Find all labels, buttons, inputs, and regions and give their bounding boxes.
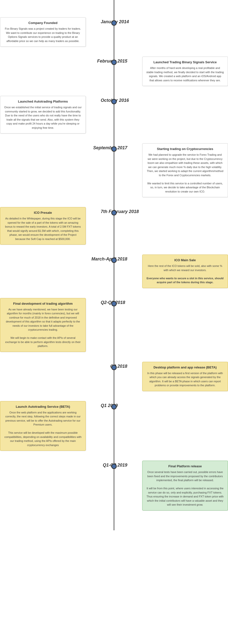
card-title: Launched Trading Binary Signals Service xyxy=(146,60,224,64)
card-final-release: Final Platform release Once several test… xyxy=(142,461,228,510)
timeline-item: Q1-Q2 2019 Final Platform release Once s… xyxy=(0,461,228,510)
card-title: Starting trading on Cryptocurrencies xyxy=(146,147,224,151)
timeline-item: February 2015 Launched Trading Binary Si… xyxy=(0,56,228,86)
card-title: Final Platform release xyxy=(146,464,224,468)
timeline-dot xyxy=(111,404,117,410)
card-side-left: Final development of trading algorithm A… xyxy=(0,298,96,352)
card-autotrading-beta: Launch Autotrading Service (BETA) Once t… xyxy=(0,401,86,451)
card-side-right: ICO Main Sale Here the rest of the ICO t… xyxy=(132,254,228,288)
card-side-left: Launched Autotrading Platforms Once we e… xyxy=(0,96,96,134)
timeline-item: Launched Autotrading Platforms Once we e… xyxy=(0,96,228,134)
card-crypto: Starting trading on Cryptocurrencies We … xyxy=(142,143,228,197)
card-side-right: Desktop platform and app release (BETA) … xyxy=(132,362,228,391)
card-title: Launched Autotrading Platforms xyxy=(4,100,82,103)
card-title: Launch Autotrading Service (BETA) xyxy=(4,405,82,408)
card-company-founded: Company Founded Fox Binary Signals was a… xyxy=(0,17,86,47)
timeline-item: Launch Autotrading Service (BETA) Once t… xyxy=(0,401,228,451)
card-title: Desktop platform and app release (BETA) xyxy=(146,366,224,369)
card-side-left: Company Founded Fox Binary Signals was a… xyxy=(0,17,96,47)
timeline-item: Q3 2018 Desktop platform and app release… xyxy=(0,362,228,391)
card-body-bold: Everyone who wants to secure a slot in t… xyxy=(147,277,223,284)
card-body-text: Here the rest of the ICO tokens will be … xyxy=(148,264,222,272)
timeline-item: Septembre 2017 Starting trading on Crypt… xyxy=(0,143,228,197)
card-title: Final development of trading algorithm xyxy=(4,302,82,306)
timeline-dot xyxy=(111,60,117,65)
timeline-item: Company Founded Fox Binary Signals was a… xyxy=(0,17,228,47)
date-label: Septembre 2017 xyxy=(93,145,127,150)
timeline-dot xyxy=(111,146,117,152)
timeline-item: March-April 2018 ICO Main Sale Here the … xyxy=(0,254,228,288)
card-body: We had planned to upgrade the service to… xyxy=(146,153,224,194)
timeline-dot xyxy=(111,99,117,104)
timeline-container: Company Founded Fox Binary Signals was a… xyxy=(0,0,228,530)
card-title: ICO Presale xyxy=(4,211,82,214)
timeline-dot xyxy=(111,20,117,26)
card-side-left: Launch Autotrading Service (BETA) Once t… xyxy=(0,401,96,451)
card-body: After months of hard work developing a r… xyxy=(146,66,224,82)
date-label: 7th February 2018 xyxy=(101,209,139,214)
card-body: Once the web platform and the applicatio… xyxy=(4,410,82,447)
card-body: Here the rest of the ICO tokens will be … xyxy=(146,264,224,284)
date-label: March-April 2018 xyxy=(92,256,127,262)
card-body: Fox Binary Signals was a project created… xyxy=(4,27,82,43)
card-launched-binary: Launched Trading Binary Signals Service … xyxy=(142,56,228,86)
timeline-dot xyxy=(111,258,117,263)
card-body: Once several tests have been carried out… xyxy=(146,470,224,507)
card-body: As detailed in the Whitepaper, during th… xyxy=(4,216,82,241)
timeline-dot xyxy=(111,210,117,216)
card-body: As we have already mentioned, we have be… xyxy=(4,308,82,348)
timeline-dot xyxy=(111,301,117,306)
card-side-right: Starting trading on Cryptocurrencies We … xyxy=(132,143,228,197)
card-title: ICO Main Sale xyxy=(146,258,224,262)
card-final-dev: Final development of trading algorithm A… xyxy=(0,298,86,352)
card-body: In this phase will be released a first v… xyxy=(146,371,224,388)
card-desktop-beta: Desktop platform and app release (BETA) … xyxy=(142,362,228,391)
card-side-left: ICO Presale As detailed in the Whitepape… xyxy=(0,207,96,245)
timeline-dot xyxy=(111,464,117,469)
card-ico-presale: ICO Presale As detailed in the Whitepape… xyxy=(0,207,86,245)
timeline-dot xyxy=(111,365,117,370)
card-side-right: Final Platform release Once several test… xyxy=(132,461,228,510)
timeline-item: Final development of trading algorithm A… xyxy=(0,298,228,352)
card-autotrading-platforms: Launched Autotrading Platforms Once we e… xyxy=(0,96,86,134)
card-ico-main-sale: ICO Main Sale Here the rest of the ICO t… xyxy=(142,254,228,288)
card-side-right: Launched Trading Binary Signals Service … xyxy=(132,56,228,86)
card-title: Company Founded xyxy=(4,21,82,25)
timeline-item: ICO Presale As detailed in the Whitepape… xyxy=(0,207,228,245)
card-body: Once we established the initial service … xyxy=(4,105,82,130)
